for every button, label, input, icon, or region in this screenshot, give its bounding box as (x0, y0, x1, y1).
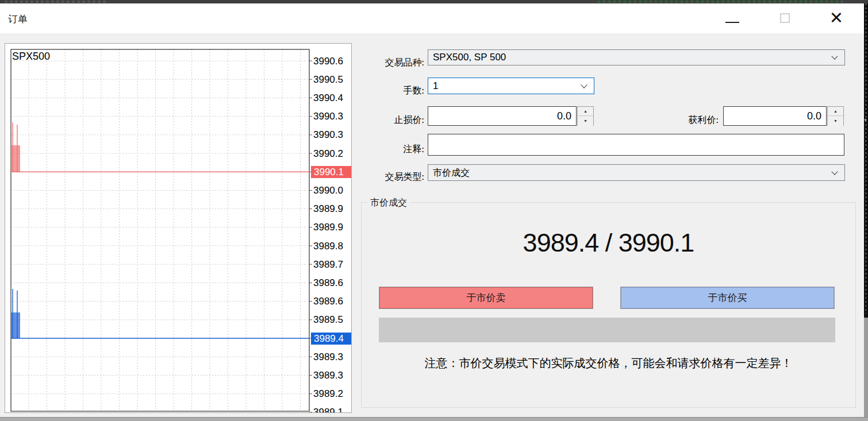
ordertype-dropdown[interactable]: 市价成交 (428, 164, 845, 181)
volume-value: 1 (433, 80, 438, 92)
background-window-bottom (0, 417, 868, 421)
background-chart-fragment (598, 1, 845, 3)
tick-chart-canvas (5, 44, 352, 413)
dialog-titlebar: 订单 ✕ (0, 3, 864, 33)
takeprofit-label: 获利价: (644, 114, 719, 126)
price-axis-label: 3989.8 (313, 240, 351, 252)
price-axis-label: 3990.3 (313, 129, 351, 141)
group-title: 市价成交 (367, 197, 410, 209)
price-axis-label: 3989.3 (313, 369, 351, 381)
plus-icon: + (864, 117, 867, 123)
sell-by-market-button[interactable]: 于市价卖 (379, 287, 593, 309)
price-axis-label: 3990.2 (313, 148, 351, 160)
comment-input[interactable] (428, 134, 844, 156)
ordertype-label: 交易类型: (349, 171, 424, 183)
minimize-icon (725, 22, 739, 23)
takeprofit-spin-down-button[interactable]: ▼ (828, 117, 843, 126)
price-axis-label: 3990.6 (313, 55, 351, 67)
execution-notice: 注意：市价交易模式下的实际成交价格，可能会和请求价格有一定差异！ (362, 356, 855, 371)
background-window-text-fragment (5, 1, 108, 3)
price-axis-label: 3989.9 (313, 203, 351, 215)
takeprofit-input[interactable] (723, 106, 827, 126)
ask-price-label: 3990.1 (311, 166, 351, 178)
symbol-dropdown-value: SPX500, SP 500 (433, 52, 506, 63)
price-axis-label: 3989.6 (313, 295, 351, 307)
price-axis-label: 3989.5 (313, 314, 351, 326)
chevron-down-icon (581, 82, 587, 88)
maximize-button (776, 8, 797, 29)
background-crosshair-line (866, 3, 866, 314)
price-axis-label: 3989.7 (313, 258, 351, 271)
symbol-dropdown[interactable]: SPX500, SP 500 (428, 49, 845, 65)
price-axis-label: 3989.1 (313, 406, 351, 413)
price-axis-label: 3990.5 (313, 74, 351, 86)
price-axis-label: 3989.6 (313, 277, 351, 289)
price-axis-label: 3989.3 (313, 351, 351, 363)
comment-label: 注释: (349, 144, 424, 156)
chevron-down-icon (831, 53, 838, 59)
price-axis-label: 3989.9 (313, 221, 351, 233)
price-axis-label: 3990.0 (313, 184, 351, 196)
close-button[interactable]: ✕ (824, 5, 848, 30)
symbol-label: 交易品种: (349, 57, 424, 69)
stoploss-label: 止损价: (349, 114, 424, 126)
tick-chart-panel: SPX500 3990.63990.53990.43990.33990.3399… (5, 43, 352, 413)
price-axis-label: 3989.2 (313, 388, 351, 400)
stoploss-spin-up-button[interactable]: ▲ (578, 107, 593, 116)
takeprofit-spinner: ▲ ▼ (827, 106, 844, 126)
dialog-title: 订单 (8, 13, 28, 26)
buy-by-market-button[interactable]: 于市价买 (620, 287, 835, 309)
stoploss-input[interactable] (428, 106, 577, 126)
volume-combobox[interactable]: 1 (428, 78, 594, 94)
chevron-down-icon (831, 168, 838, 175)
screen: + 订单 ✕ SPX500 3990.63990.53990.43990.339… (0, 0, 868, 421)
market-execution-group: 市价成交 3989.4 / 3990.1 于市价卖 于市价买 注意：市价交易模式… (361, 202, 856, 408)
close-icon: ✕ (829, 9, 843, 27)
order-dialog: 订单 ✕ SPX500 3990.63990.53990.43990.33990… (0, 3, 864, 417)
price-axis-label: 3990.4 (313, 92, 351, 104)
price-axis-label: 3990.3 (313, 110, 351, 122)
takeprofit-spin-up-button[interactable]: ▲ (828, 107, 843, 116)
chart-symbol-label: SPX500 (12, 51, 50, 63)
minimize-button[interactable] (722, 8, 743, 29)
volume-label: 手数: (349, 85, 424, 97)
stoploss-spinner: ▲ ▼ (577, 106, 594, 126)
maximize-icon (780, 13, 790, 23)
ordertype-dropdown-value: 市价成交 (433, 167, 470, 179)
bid-price-label: 3989.4 (311, 333, 351, 345)
stoploss-spin-down-button[interactable]: ▼ (578, 117, 593, 126)
bid-ask-quote: 3989.4 / 3990.1 (362, 228, 855, 258)
execution-progress-bar (379, 318, 835, 342)
background-window-right: + (864, 3, 868, 417)
